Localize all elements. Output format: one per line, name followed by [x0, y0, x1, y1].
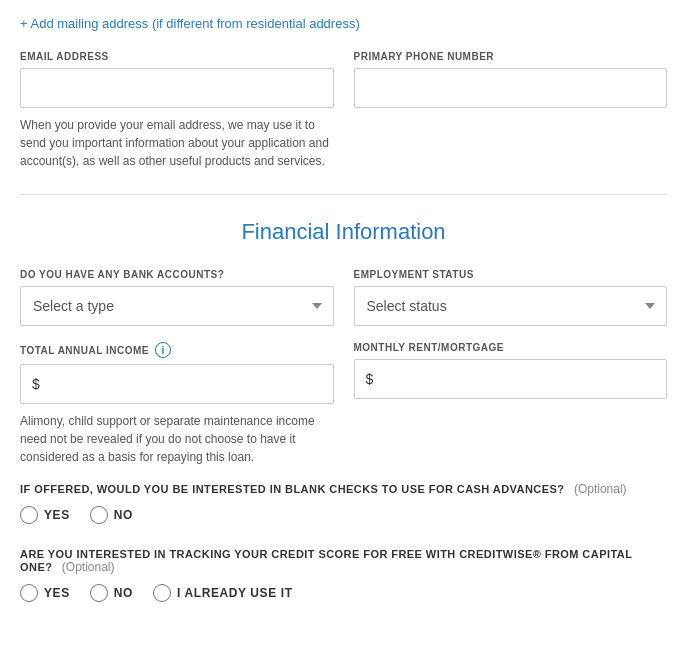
alimony-disclaimer: Alimony, child support or separate maint…: [20, 412, 334, 466]
phone-input[interactable]: [354, 68, 668, 108]
blank-checks-yes-radio[interactable]: [20, 506, 38, 524]
email-group: EMAIL ADDRESS When you provide your emai…: [20, 51, 334, 170]
income-group: TOTAL ANNUAL INCOME i $ Alimony, child s…: [20, 342, 334, 466]
email-helper-text: When you provide your email address, we …: [20, 116, 334, 170]
bank-accounts-select[interactable]: Select a type Yes - Checking Yes - Savin…: [20, 286, 334, 326]
creditwise-optional: (Optional): [62, 560, 115, 574]
rent-label: MONTHLY RENT/MORTGAGE: [354, 342, 668, 353]
employment-status-label: EMPLOYMENT STATUS: [354, 269, 668, 280]
financial-section-title: Financial Information: [20, 219, 667, 245]
blank-checks-no-option[interactable]: NO: [90, 506, 133, 524]
income-info-icon[interactable]: i: [155, 342, 171, 358]
employment-status-select[interactable]: Select status Employed Full-Time Employe…: [354, 286, 668, 326]
email-phone-row: EMAIL ADDRESS When you provide your emai…: [20, 51, 667, 170]
employment-status-select-wrapper: Select status Employed Full-Time Employe…: [354, 286, 668, 326]
rent-input[interactable]: [354, 359, 668, 399]
blank-checks-no-label: NO: [114, 508, 133, 522]
creditwise-block: ARE YOU INTERESTED IN TRACKING YOUR CRED…: [20, 548, 667, 602]
creditwise-yes-radio[interactable]: [20, 584, 38, 602]
blank-checks-optional: (Optional): [574, 482, 627, 496]
creditwise-already-radio[interactable]: [153, 584, 171, 602]
blank-checks-block: IF OFFERED, WOULD YOU BE INTERESTED IN B…: [20, 482, 667, 524]
phone-label: PRIMARY PHONE NUMBER: [354, 51, 668, 62]
employment-status-group: EMPLOYMENT STATUS Select status Employed…: [354, 269, 668, 326]
creditwise-question: ARE YOU INTERESTED IN TRACKING YOUR CRED…: [20, 548, 667, 574]
email-label: EMAIL ADDRESS: [20, 51, 334, 62]
rent-input-wrapper: $: [354, 359, 668, 399]
creditwise-already-option[interactable]: I ALREADY USE IT: [153, 584, 293, 602]
income-label: TOTAL ANNUAL INCOME: [20, 345, 149, 356]
income-prefix: $: [32, 376, 40, 392]
bank-accounts-select-wrapper: Select a type Yes - Checking Yes - Savin…: [20, 286, 334, 326]
bank-employment-row: DO YOU HAVE ANY BANK ACCOUNTS? Select a …: [20, 269, 667, 326]
phone-group: PRIMARY PHONE NUMBER: [354, 51, 668, 170]
rent-group: MONTHLY RENT/MORTGAGE $: [354, 342, 668, 466]
blank-checks-yes-option[interactable]: YES: [20, 506, 70, 524]
bank-accounts-label: DO YOU HAVE ANY BANK ACCOUNTS?: [20, 269, 334, 280]
income-input[interactable]: [20, 364, 334, 404]
blank-checks-no-radio[interactable]: [90, 506, 108, 524]
creditwise-yes-option[interactable]: YES: [20, 584, 70, 602]
section-divider: [20, 194, 667, 195]
blank-checks-question: IF OFFERED, WOULD YOU BE INTERESTED IN B…: [20, 482, 667, 496]
blank-checks-yes-label: YES: [44, 508, 70, 522]
income-input-wrapper: $: [20, 364, 334, 404]
creditwise-no-option[interactable]: NO: [90, 584, 133, 602]
blank-checks-radio-group: YES NO: [20, 506, 667, 524]
creditwise-yes-label: YES: [44, 586, 70, 600]
income-label-row: TOTAL ANNUAL INCOME i: [20, 342, 334, 358]
creditwise-already-label: I ALREADY USE IT: [177, 586, 293, 600]
rent-prefix: $: [366, 371, 374, 387]
financial-section: Financial Information DO YOU HAVE ANY BA…: [20, 219, 667, 602]
income-rent-row: TOTAL ANNUAL INCOME i $ Alimony, child s…: [20, 342, 667, 466]
creditwise-no-label: NO: [114, 586, 133, 600]
bank-accounts-group: DO YOU HAVE ANY BANK ACCOUNTS? Select a …: [20, 269, 334, 326]
creditwise-radio-group: YES NO I ALREADY USE IT: [20, 584, 667, 602]
creditwise-no-radio[interactable]: [90, 584, 108, 602]
add-mailing-address-link[interactable]: + Add mailing address (if different from…: [20, 16, 360, 31]
email-input[interactable]: [20, 68, 334, 108]
